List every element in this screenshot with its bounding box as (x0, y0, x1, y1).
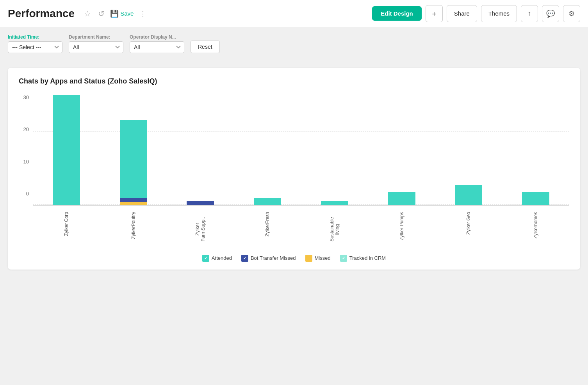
bar-stack (455, 185, 482, 205)
bar-stack (120, 120, 147, 204)
x-label-text: Zylkerhomes (533, 212, 538, 239)
legend-color-box: ✓ (340, 255, 347, 262)
chart-area: 0102030 Zylker CorpZylkerPoultryZylker F… (19, 95, 569, 247)
chart-card: Chats by Apps and Status (Zoho SalesIQ) … (8, 68, 580, 270)
x-labels: Zylker CorpZylkerPoultryZylker FarmSupp.… (33, 209, 569, 247)
x-label-item: Zylker Corp (33, 209, 100, 247)
y-axis: 0102030 (19, 95, 33, 220)
legend-item: ✓Bot Transfer Missed (241, 255, 296, 262)
bar-stack (53, 95, 80, 205)
refresh-icon[interactable]: ↺ (96, 7, 106, 20)
export-button[interactable]: ↑ (521, 5, 538, 22)
bar-segment-bot_missed (120, 198, 147, 202)
themes-button[interactable]: Themes (481, 5, 517, 22)
x-label-item: ZylkerFresh (234, 209, 301, 247)
filters-bar: Initiated Time: --- Select --- Departmen… (0, 27, 588, 60)
x-label-item: Zylkerhomes (502, 209, 569, 247)
star-icon[interactable]: ☆ (82, 7, 93, 20)
y-axis-label: 30 (19, 95, 29, 100)
bar-group[interactable] (502, 95, 569, 205)
y-axis-label: 10 (19, 159, 29, 164)
reset-button[interactable]: Reset (191, 41, 220, 53)
x-label-text: Sustainable living (329, 212, 340, 247)
bar-stack (187, 201, 214, 205)
bar-segment-attended (388, 192, 415, 205)
legend-label: Bot Transfer Missed (251, 255, 296, 261)
legend: ✓Attended✓Bot Transfer MissedMissed✓Trac… (19, 255, 569, 262)
bar-group[interactable] (301, 95, 368, 205)
bar-segment-attended (455, 185, 482, 205)
x-label-item: Zylker Geo (435, 209, 502, 247)
legend-item: ✓Tracked in CRM (340, 255, 386, 262)
x-label-text: Zylker FarmSupp.. (195, 212, 206, 247)
y-axis-label: 0 (19, 191, 29, 196)
department-filter: Department Name: All (69, 34, 123, 53)
department-select[interactable]: All (69, 41, 123, 53)
bars-area (33, 95, 569, 206)
bar-group[interactable] (167, 95, 234, 205)
legend-item: Missed (305, 255, 331, 262)
share-button[interactable]: Share (447, 5, 477, 22)
more-options-icon[interactable]: ⋮ (137, 7, 148, 20)
bar-group[interactable] (33, 95, 100, 205)
page-title: Performance (8, 7, 75, 20)
initiated-time-select[interactable]: --- Select --- (8, 41, 62, 53)
x-label-text: Zylker Corp (64, 212, 69, 236)
add-button[interactable]: ＋ (426, 5, 443, 22)
save-label: Save (120, 10, 134, 17)
x-label-item: Zylker Pumps (368, 209, 435, 247)
edit-design-button[interactable]: Edit Design (372, 6, 422, 21)
bar-stack (522, 192, 549, 205)
comment-icon: 💬 (546, 9, 555, 18)
y-axis-label: 20 (19, 127, 29, 132)
bar-segment-attended (522, 192, 549, 205)
legend-label: Attended (212, 255, 232, 261)
x-label-item: ZylkerPoultry (100, 209, 167, 247)
initiated-time-filter: Initiated Time: --- Select --- (8, 34, 62, 53)
operator-select[interactable]: All (130, 41, 184, 53)
bar-group[interactable] (234, 95, 301, 205)
x-label-item: Sustainable living (301, 209, 368, 247)
bar-group[interactable] (100, 95, 167, 205)
legend-color-box: ✓ (241, 255, 248, 262)
initiated-time-label: Initiated Time: (8, 34, 62, 40)
x-label-item: Zylker FarmSupp.. (167, 209, 234, 247)
operator-filter: Operator Display N... All (130, 34, 184, 53)
gear-icon: ⚙ (568, 9, 575, 18)
bar-segment-bot_missed (187, 201, 214, 205)
bar-group[interactable] (435, 95, 502, 205)
comment-button[interactable]: 💬 (542, 5, 559, 22)
legend-label: Missed (315, 255, 331, 261)
department-label: Department Name: (69, 34, 123, 40)
save-button[interactable]: 💾 Save (110, 9, 134, 18)
settings-button[interactable]: ⚙ (563, 5, 580, 22)
save-icon: 💾 (110, 9, 119, 18)
bar-segment-attended (120, 120, 147, 198)
bar-segment-missed (120, 202, 147, 205)
chart-title: Chats by Apps and Status (Zoho SalesIQ) (19, 77, 569, 85)
legend-color-box (305, 255, 312, 262)
bar-segment-attended (53, 95, 80, 205)
x-label-text: ZylkerPoultry (131, 212, 136, 239)
bar-segment-attended (321, 201, 348, 205)
operator-label: Operator Display N... (130, 34, 184, 40)
bar-group[interactable] (368, 95, 435, 205)
legend-label: Tracked in CRM (349, 255, 386, 261)
bar-stack (321, 201, 348, 205)
bar-stack (388, 192, 415, 205)
x-label-text: Zylker Pumps (399, 212, 404, 240)
legend-item: ✓Attended (202, 255, 232, 262)
export-icon: ↑ (528, 9, 531, 18)
x-label-text: Zylker Geo (466, 212, 471, 235)
header: Performance ☆ ↺ 💾 Save ⋮ Edit Design ＋ S… (0, 0, 588, 27)
bar-stack (254, 198, 281, 205)
plus-icon: ＋ (431, 9, 438, 18)
legend-color-box: ✓ (202, 255, 209, 262)
bar-segment-attended (254, 198, 281, 205)
chart-body: Zylker CorpZylkerPoultryZylker FarmSupp.… (33, 95, 569, 247)
x-label-text: ZylkerFresh (265, 212, 270, 236)
